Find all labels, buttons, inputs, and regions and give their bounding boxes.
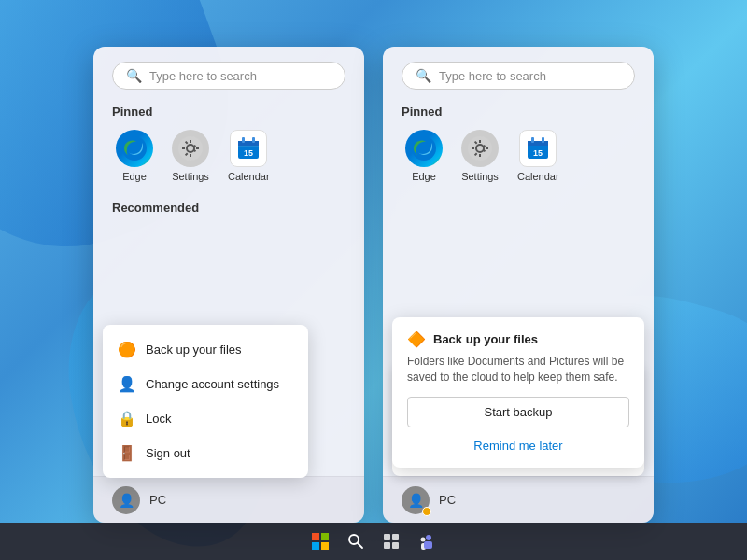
svg-rect-22: [392, 534, 399, 540]
right-edge-label: Edge: [412, 171, 436, 182]
left-start-menu: 🔍 Type here to search Pinned Edge: [93, 47, 364, 523]
left-recommended-section: Recommended: [112, 201, 345, 215]
lock-icon: 🔒: [118, 410, 136, 427]
right-search-placeholder: Type here to search: [439, 69, 546, 83]
svg-rect-18: [321, 542, 329, 550]
backup-description: Folders like Documents and Pictures will…: [407, 354, 629, 385]
svg-rect-21: [384, 534, 390, 540]
left-user-avatar: 👤: [112, 486, 140, 514]
account-icon: 👤: [118, 375, 136, 393]
left-signout-label: Sign out: [146, 446, 190, 460]
edge-icon-img: [116, 130, 153, 167]
backup-warning-icon: 🔶: [407, 330, 426, 348]
right-search-bar[interactable]: 🔍 Type here to search: [402, 62, 635, 90]
left-account-label: Change account settings: [146, 377, 279, 391]
edge-label: Edge: [122, 171, 147, 182]
svg-rect-6: [252, 137, 255, 143]
svg-rect-17: [312, 542, 319, 550]
backup-icon: 🟠: [118, 341, 136, 358]
left-backup-item[interactable]: 🟠 Back up your files: [103, 332, 308, 367]
edge-app-icon[interactable]: Edge: [116, 130, 153, 182]
signout-icon: 🚪: [118, 444, 136, 462]
svg-rect-16: [321, 533, 329, 540]
svg-rect-24: [392, 542, 399, 549]
left-user-menu: 🟠 Back up your files 👤 Change account se…: [103, 325, 308, 478]
svg-point-1: [178, 136, 203, 161]
calendar-app-icon[interactable]: 15 Calendar: [228, 130, 270, 182]
right-calendar-label: Calendar: [517, 171, 559, 182]
right-user-avatar: 👤: [402, 486, 430, 514]
svg-rect-5: [242, 137, 245, 143]
right-user-bar[interactable]: 👤 PC: [383, 476, 654, 523]
left-lock-label: Lock: [146, 412, 171, 426]
right-pinned-apps: Edge Settings: [402, 130, 635, 182]
left-user-name: PC: [149, 493, 166, 507]
right-user-badge: [422, 507, 431, 516]
svg-rect-13: [542, 137, 544, 143]
right-search-icon: 🔍: [416, 68, 431, 83]
right-calendar-app-icon[interactable]: 15 Calendar: [517, 130, 559, 182]
left-lock-item[interactable]: 🔒 Lock: [103, 401, 308, 436]
left-backup-label: Back up your files: [146, 343, 242, 357]
panels-container: 🔍 Type here to search Pinned Edge: [0, 28, 747, 523]
right-settings-label: Settings: [461, 171, 499, 182]
left-search-bar[interactable]: 🔍 Type here to search: [112, 62, 345, 90]
left-signout-item[interactable]: 🚪 Sign out: [103, 436, 308, 470]
calendar-icon-img: 15: [230, 130, 267, 167]
right-pinned-label: Pinned: [402, 105, 635, 119]
left-recommended-label: Recommended: [112, 201, 345, 215]
svg-line-20: [358, 543, 362, 548]
svg-point-26: [421, 538, 426, 542]
right-edge-icon-img: [405, 130, 443, 167]
settings-label: Settings: [172, 171, 209, 182]
svg-rect-12: [531, 137, 534, 143]
right-calendar-icon-img: 15: [519, 130, 557, 167]
right-settings-app-icon[interactable]: Settings: [461, 130, 499, 182]
left-user-bar[interactable]: 👤 PC: [93, 476, 364, 523]
backup-title-text: Back up your files: [433, 332, 538, 346]
teams-button[interactable]: [414, 528, 440, 554]
backup-card-title: 🔶 Back up your files: [407, 330, 629, 348]
settings-icon-img: [172, 130, 209, 167]
right-edge-app-icon[interactable]: Edge: [405, 130, 443, 182]
windows-start-button[interactable]: [307, 528, 333, 554]
right-settings-icon-img: [461, 130, 499, 167]
svg-rect-28: [424, 541, 432, 549]
svg-rect-15: [312, 533, 319, 540]
task-view-button[interactable]: [378, 528, 404, 554]
right-user-name: PC: [439, 493, 456, 507]
svg-text:15: 15: [533, 148, 543, 158]
left-search-placeholder: Type here to search: [149, 69, 257, 83]
search-icon: 🔍: [126, 68, 142, 83]
svg-rect-4: [238, 141, 259, 146]
left-pinned-apps: Edge Settings: [112, 130, 345, 182]
svg-text:15: 15: [244, 148, 253, 158]
remind-later-button[interactable]: Remind me later: [407, 433, 629, 458]
svg-point-25: [426, 535, 431, 540]
settings-app-icon[interactable]: Settings: [172, 130, 209, 182]
svg-rect-23: [384, 542, 390, 549]
left-pinned-label: Pinned: [112, 105, 345, 119]
svg-point-9: [468, 136, 492, 161]
calendar-label: Calendar: [228, 171, 270, 182]
svg-rect-11: [528, 141, 548, 146]
search-taskbar-button[interactable]: [343, 528, 369, 554]
taskbar: [0, 523, 747, 560]
backup-card: 🔶 Back up your files Folders like Docume…: [392, 317, 644, 468]
left-account-item[interactable]: 👤 Change account settings: [103, 367, 308, 401]
start-backup-button[interactable]: Start backup: [407, 397, 629, 427]
right-start-menu: 🔍 Type here to search Pinned Edge: [383, 47, 654, 523]
